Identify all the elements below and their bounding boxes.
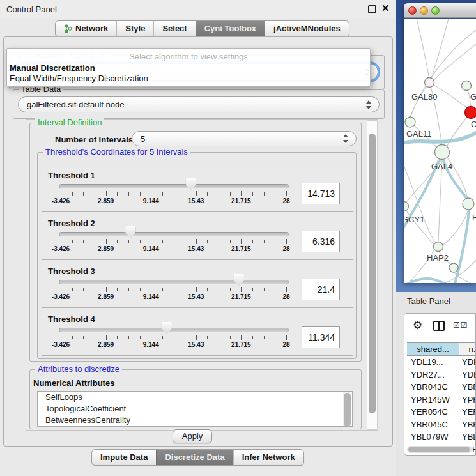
slider-track[interactable] — [59, 328, 289, 332]
node-gal80[interactable] — [425, 78, 434, 88]
close-icon[interactable]: ✕ — [381, 3, 390, 14]
gear-icon[interactable]: ⚙ — [413, 319, 422, 332]
table-panel-title: Table Panel — [407, 296, 450, 306]
column-layout-icon[interactable] — [433, 321, 445, 331]
table-row[interactable]: YDR27...YDR2 — [407, 369, 476, 381]
tab-label: Cyni Toolbox — [204, 24, 256, 33]
table-row[interactable]: YDL19...YDL1 — [407, 356, 476, 369]
algorithm-dropdown-popup: Select algorithm to view settings Manual… — [6, 48, 371, 87]
tab-discretize-data[interactable]: Discretize Data — [156, 450, 233, 465]
column-header-0[interactable]: shared... — [407, 343, 459, 355]
slider-thumb[interactable] — [234, 274, 244, 286]
tab-infer-network[interactable]: Infer Network — [233, 450, 303, 465]
node-h[interactable] — [463, 198, 474, 210]
tab-impute-data[interactable]: Impute Data — [92, 450, 156, 465]
threshold-4-box: Threshold 4 -3.4262.8599.14415.4321.7152… — [42, 311, 353, 356]
table-cell: YER054C — [407, 406, 459, 418]
dropdown-option-equal-width-frequency-discretization[interactable]: Equal Width/Frequency Discretization — [10, 73, 148, 83]
tab-style[interactable]: Style — [116, 21, 153, 36]
threshold-value-field[interactable]: 14.713 — [302, 183, 340, 204]
threshold-label: Threshold 2 — [48, 219, 95, 228]
slider-thumb[interactable] — [186, 178, 196, 190]
node-selected-red[interactable] — [465, 107, 476, 119]
threshold-3-box: Threshold 3 -3.4262.8599.14415.4321.7152… — [42, 263, 353, 308]
table-cell: YPR145W — [407, 394, 459, 406]
dropdown-hint: Select algorithm to view settings — [7, 52, 370, 61]
tick-label: 28 — [282, 197, 289, 204]
table-row[interactable]: YBL079WYBL0 — [407, 431, 476, 443]
apply-button[interactable]: Apply — [173, 429, 212, 443]
close-traffic-icon[interactable] — [408, 6, 417, 15]
node-gal11[interactable] — [405, 117, 415, 127]
scrollbar-thumb[interactable] — [408, 447, 470, 452]
network-window-titlebar[interactable] — [404, 3, 476, 18]
network-graph: GAL80 GAL11 GAL4 GCY1 HAP2 GA C H — [404, 19, 476, 283]
dropdown-option-manual-discretization[interactable]: Manual Discretization — [10, 63, 95, 73]
node-label: GAL4 — [431, 162, 452, 171]
thresholds-group-title: Threshold's Coordinates for 5 Intervals — [43, 147, 190, 157]
tick-label: 2.859 — [98, 293, 114, 300]
vertical-scrollbar[interactable] — [367, 120, 378, 430]
table-cell: YER0 — [459, 406, 476, 418]
table-row[interactable]: YER054CYER0 — [407, 406, 476, 418]
table-cell: YDL1 — [459, 356, 476, 369]
tab-cyni-toolbox[interactable]: Cyni Toolbox — [196, 21, 265, 36]
tick-label: -3.426 — [52, 293, 70, 300]
node-ga[interactable] — [462, 81, 472, 91]
table-panel: Table Panel ⚙ ☑☑ shared...n... YDL19...Y… — [396, 292, 476, 476]
threshold-label: Threshold 4 — [48, 314, 95, 324]
node-gal4[interactable] — [435, 145, 450, 160]
node-partial[interactable] — [449, 263, 458, 272]
table-row[interactable]: YBR043CYBR0 — [407, 381, 476, 394]
network-view-window[interactable]: GAL80 GAL11 GAL4 GCY1 HAP2 GA C H — [404, 3, 476, 283]
table-row[interactable]: YBR045CYBR0 — [407, 418, 476, 431]
table-cell: YBR0 — [459, 381, 476, 394]
tick-label: 9.144 — [143, 245, 159, 252]
node-table: shared...n... YDL19...YDL1YDR27...YDR2YB… — [407, 342, 476, 456]
node-hap2[interactable] — [434, 242, 443, 252]
checkboxes-icon[interactable]: ☑☑ — [453, 321, 468, 330]
tab-select[interactable]: Select — [153, 21, 195, 36]
node-gcy1[interactable] — [404, 202, 409, 211]
threshold-value-field[interactable]: 6.316 — [302, 231, 340, 252]
num-intervals-label: Number of Intervals — [55, 135, 133, 144]
tab-network[interactable]: Network — [56, 21, 116, 36]
table-row[interactable]: YPR145WYPR1 — [407, 394, 476, 406]
tick-label: 28 — [282, 245, 289, 252]
horizontal-scrollbar[interactable] — [407, 446, 472, 453]
zoom-traffic-icon[interactable] — [431, 6, 440, 15]
slider-thumb[interactable] — [162, 322, 172, 334]
slider-thumb[interactable] — [125, 226, 135, 238]
tick-label: 21.715 — [231, 341, 251, 348]
threshold-value-field[interactable]: 21.4 — [302, 279, 340, 300]
column-header-1[interactable]: n... — [459, 343, 476, 355]
combo-arrows-icon — [343, 134, 349, 143]
scrollbar-thumb[interactable] — [344, 393, 351, 426]
table-data-combobox[interactable]: galFiltered.sif default node — [18, 96, 380, 112]
scrollbar-thumb[interactable] — [369, 134, 376, 413]
node-label: GA — [470, 92, 476, 102]
top-tab-bar: NetworkStyleSelectCyni ToolboxjActiveMNo… — [55, 20, 349, 37]
num-intervals-combobox[interactable]: 5 — [132, 131, 357, 146]
attribute-item-topologicalcoefficient[interactable]: TopologicalCoefficient — [38, 403, 352, 415]
tick-label: 21.715 — [231, 293, 251, 300]
tab-jactivemnodules[interactable]: jActiveMNodules — [265, 21, 349, 36]
tick-label: 15.43 — [188, 197, 204, 204]
network-canvas[interactable]: GAL80 GAL11 GAL4 GCY1 HAP2 GA C H — [404, 19, 476, 283]
list-scrollbar[interactable] — [343, 392, 351, 427]
attribute-item-betweennesscentrality[interactable]: BetweennessCentrality — [38, 415, 352, 426]
table-card: ⚙ ☑☑ shared...n... YDL19...YDL1YDR27...Y… — [404, 313, 476, 456]
node-label: H — [472, 213, 476, 222]
minimize-traffic-icon[interactable] — [420, 6, 428, 15]
slider-track[interactable] — [59, 280, 289, 284]
float-window-icon[interactable] — [368, 5, 376, 13]
table-cell: YBR045C — [407, 418, 459, 431]
slider-track[interactable] — [59, 232, 289, 236]
threshold-1-box: Threshold 1 -3.4262.8599.14415.4321.7152… — [42, 167, 353, 212]
numerical-attributes-list[interactable]: SelfLoopsTopologicalCoefficientBetweenne… — [37, 391, 353, 427]
threshold-value-field[interactable]: 11.344 — [302, 326, 340, 348]
tick-label: 2.859 — [98, 197, 114, 204]
slider-track[interactable] — [59, 184, 289, 188]
attribute-item-selfloops[interactable]: SelfLoops — [38, 392, 352, 403]
tab-label: Style — [125, 24, 145, 33]
